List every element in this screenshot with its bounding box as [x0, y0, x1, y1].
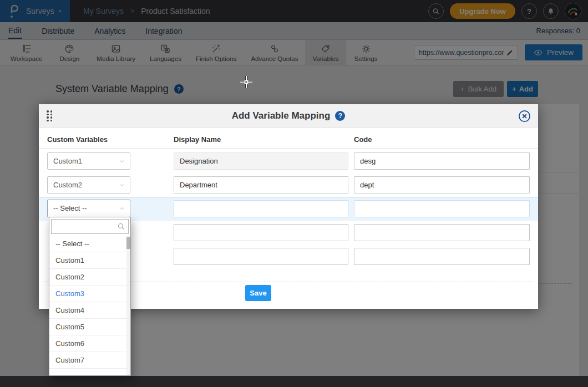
chevron-down-icon — [119, 158, 125, 165]
display-name-input-row4[interactable] — [174, 224, 348, 241]
scrollbar-thumb[interactable] — [126, 237, 130, 249]
column-header-code: Code — [354, 135, 372, 144]
app-root: Surveys ▾ My Surveys > Product Satisfact… — [0, 0, 588, 387]
custom-variable-dropdown: -- Select -- Custom1 Custom2 Custom3 Cus… — [49, 217, 131, 376]
code-input-row1[interactable] — [354, 152, 530, 170]
dropdown-option-custom4[interactable]: Custom4 — [49, 302, 130, 319]
code-input-row5[interactable] — [354, 248, 530, 265]
custom-variable-select-row3[interactable]: -- Select -- — [47, 200, 130, 217]
search-icon — [117, 222, 125, 231]
dropdown-option-custom3[interactable]: Custom3 — [49, 286, 130, 302]
custom-variable-select-row2[interactable]: Custom2 — [47, 176, 130, 194]
column-header-display-name: Display Name — [174, 135, 221, 144]
display-name-input-row2[interactable] — [174, 176, 348, 194]
display-name-input-row1[interactable] — [174, 152, 348, 170]
select-value: Custom1 — [53, 157, 82, 165]
display-name-input-row5[interactable] — [174, 248, 348, 265]
custom-variable-select-row1[interactable]: Custom1 — [47, 152, 130, 170]
dropdown-option-custom2[interactable]: Custom2 — [49, 269, 130, 286]
code-input-row2[interactable] — [354, 176, 530, 194]
drag-handle-icon[interactable] — [47, 110, 52, 121]
select-value: -- Select -- — [53, 204, 87, 212]
dropdown-options: -- Select -- Custom1 Custom2 Custom3 Cus… — [49, 236, 130, 369]
chevron-down-icon — [119, 182, 125, 189]
modal-header: Add Variable Mapping ? — [39, 104, 538, 128]
column-header-custom-variables: Custom Variables — [47, 135, 108, 144]
dropdown-option-custom1[interactable]: Custom1 — [49, 252, 130, 269]
close-button[interactable] — [518, 110, 531, 123]
modal-title: Add Variable Mapping — [232, 110, 331, 121]
dropdown-option-custom5[interactable]: Custom5 — [49, 319, 130, 335]
dropdown-option-select[interactable]: -- Select -- — [49, 236, 130, 252]
chevron-up-icon — [119, 205, 125, 212]
column-header-divider — [39, 149, 538, 149]
dropdown-search — [51, 219, 129, 234]
dropdown-scrollbar[interactable] — [126, 236, 130, 375]
display-name-input-row3[interactable] — [174, 200, 348, 217]
save-button[interactable]: Save — [245, 285, 271, 301]
modal-help-icon[interactable]: ? — [335, 111, 345, 121]
close-icon — [518, 110, 531, 123]
dropdown-option-custom7[interactable]: Custom7 — [49, 352, 130, 369]
code-input-row4[interactable] — [354, 224, 530, 241]
select-value: Custom2 — [53, 181, 82, 189]
code-input-row3[interactable] — [354, 200, 530, 217]
dropdown-option-custom6[interactable]: Custom6 — [49, 335, 130, 352]
